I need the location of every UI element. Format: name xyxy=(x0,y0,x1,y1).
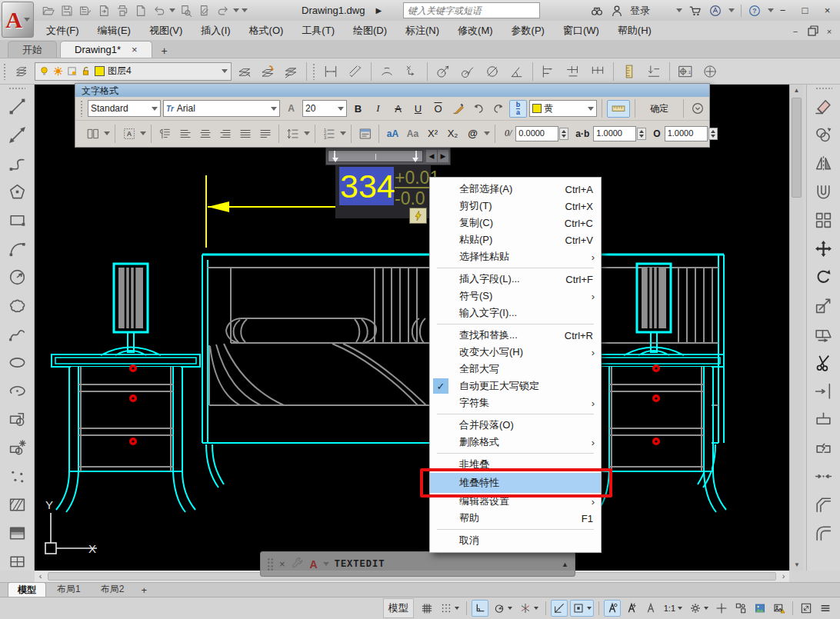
menubar-item[interactable]: 绘图(D) xyxy=(344,22,396,40)
app-menu-button[interactable]: A xyxy=(2,2,34,38)
justification-button[interactable]: A xyxy=(120,125,138,142)
snap-button[interactable] xyxy=(438,600,462,617)
qat-open-button[interactable] xyxy=(40,2,56,18)
dim-baseline-button[interactable] xyxy=(537,61,560,82)
context-menu-item[interactable]: 选择性粘贴› xyxy=(430,248,601,265)
scroll-left-icon[interactable]: ‹ xyxy=(35,571,46,582)
lowercase-button[interactable]: Aa xyxy=(404,125,422,142)
dim-ordinate-button[interactable] xyxy=(400,61,423,82)
ok-button[interactable]: 确定 xyxy=(640,100,678,118)
circle-button[interactable] xyxy=(3,263,31,291)
qat-redo-button[interactable] xyxy=(215,2,231,18)
break-button[interactable] xyxy=(810,434,838,462)
chevron-down-icon[interactable] xyxy=(304,131,310,135)
polar-button[interactable] xyxy=(491,600,515,617)
ruler-handle-left-grip[interactable] xyxy=(332,158,338,162)
command-a-icon[interactable]: A xyxy=(310,558,318,571)
layer-properties-button[interactable] xyxy=(10,61,33,82)
bold-button[interactable]: B xyxy=(349,100,367,118)
dim-continue-button[interactable] xyxy=(562,61,585,82)
context-menu-item[interactable]: 查找和替换...Ctrl+R xyxy=(430,327,601,344)
anno-autoscale-button[interactable] xyxy=(623,600,640,617)
mdi-close-icon[interactable]: × xyxy=(823,27,835,36)
chevron-down-icon[interactable] xyxy=(455,607,459,610)
close-icon[interactable]: × xyxy=(818,2,837,18)
numbering-button[interactable]: 1.2.3. xyxy=(320,125,338,142)
ellipse-button[interactable] xyxy=(3,348,31,377)
qat-attach-button[interactable] xyxy=(196,2,212,18)
overline-button[interactable]: O xyxy=(429,100,447,118)
customize-button[interactable] xyxy=(817,600,834,617)
crosshair-button[interactable] xyxy=(713,600,730,617)
scale-button[interactable] xyxy=(810,291,838,320)
copy-button[interactable] xyxy=(810,121,838,149)
chevron-down-icon[interactable] xyxy=(508,607,512,610)
underline-button[interactable]: U xyxy=(409,100,427,118)
menubar-item[interactable]: 文件(F) xyxy=(37,22,88,40)
polyline-button[interactable] xyxy=(3,149,31,178)
columns-button[interactable] xyxy=(84,125,102,142)
align-center-button[interactable] xyxy=(196,125,214,142)
menubar-item[interactable]: 编辑(E) xyxy=(88,22,140,40)
toolbar-grip[interactable] xyxy=(80,100,84,117)
qat-save-as-button[interactable] xyxy=(77,2,93,18)
vertical-scroll-thumb[interactable] xyxy=(792,98,802,198)
context-menu-item[interactable]: 符号(S)› xyxy=(430,288,601,305)
context-menu-item[interactable]: 剪切(T)Ctrl+X xyxy=(430,198,601,215)
maximize-icon[interactable]: □ xyxy=(795,2,815,18)
qat-undo-button[interactable] xyxy=(151,2,167,18)
tracking-stepper[interactable]: 1.0000 xyxy=(593,126,646,141)
qat-export-button[interactable] xyxy=(95,2,112,18)
align-distribute-button[interactable] xyxy=(256,125,274,142)
anno-visibility-button[interactable] xyxy=(604,600,621,617)
dim-radius-button[interactable] xyxy=(432,61,455,82)
menubar-item[interactable]: 视图(V) xyxy=(140,22,192,40)
dialog-title[interactable]: 文字格式 xyxy=(75,84,709,97)
workspace-gear-button[interactable] xyxy=(687,600,711,617)
move-button[interactable] xyxy=(810,235,838,263)
annotative-button[interactable]: A xyxy=(282,100,300,118)
align-right-button[interactable] xyxy=(216,125,234,142)
model-space-button[interactable]: 模型 xyxy=(383,598,414,618)
chevron-down-icon[interactable] xyxy=(323,562,329,566)
chevron-down-icon[interactable] xyxy=(704,607,708,610)
layer-prev-button[interactable] xyxy=(256,61,279,82)
dim-qdim-button[interactable] xyxy=(586,61,609,82)
menubar-item[interactable]: 格式(O) xyxy=(240,22,293,40)
text-color-dropdown[interactable]: 黄 xyxy=(529,100,597,117)
dim-jogged-button[interactable] xyxy=(456,61,479,82)
annotation-scale-button[interactable]: 1:1 xyxy=(662,600,685,617)
mtext-value[interactable]: 334 xyxy=(340,169,395,203)
ruler-right-arrow-icon[interactable]: ▶ xyxy=(438,150,448,162)
file-tab[interactable]: 开始 xyxy=(8,41,57,58)
qat-save-button[interactable] xyxy=(58,2,75,18)
ellipse-arc-button[interactable] xyxy=(3,377,31,405)
layout-tab[interactable]: 布局1 xyxy=(48,582,90,597)
context-menu-item[interactable]: 全部选择(A)Ctrl+A xyxy=(430,181,601,198)
rotate-button[interactable] xyxy=(810,263,838,291)
image-warn-button[interactable] xyxy=(771,600,788,617)
isoplane-button[interactable] xyxy=(517,600,541,617)
login-chevron-icon[interactable] xyxy=(676,8,682,12)
align-justify-button[interactable] xyxy=(236,125,254,142)
chamfer-button[interactable] xyxy=(810,491,838,519)
toolbar-grip[interactable] xyxy=(312,63,316,80)
command-line[interactable]: × A TEXTEDIT ▲ xyxy=(260,551,575,577)
fillet-button[interactable] xyxy=(810,519,838,547)
context-menu-item[interactable]: 删除格式› xyxy=(430,434,601,451)
vertical-scrollbar[interactable]: ▲ ▼ xyxy=(789,85,803,571)
context-menu-item[interactable]: 插入字段(L)...Ctrl+F xyxy=(430,271,601,288)
context-menu-item[interactable]: 复制(C)Ctrl+C xyxy=(430,215,601,231)
center-mark-button[interactable] xyxy=(698,61,722,82)
chevron-down-icon[interactable] xyxy=(534,607,538,610)
context-menu-item[interactable]: 全部大写 xyxy=(430,361,601,378)
mdi-minimize-icon[interactable]: − xyxy=(789,27,802,36)
qat-print-button[interactable] xyxy=(114,2,130,18)
width-factor-stepper[interactable]: 1.0000 xyxy=(665,126,718,141)
qat-preview-button[interactable] xyxy=(178,2,194,18)
context-menu-item[interactable]: 输入文字(I)... xyxy=(430,305,601,321)
dim-linear-button[interactable] xyxy=(319,61,342,82)
rectangle-button[interactable] xyxy=(3,206,31,235)
context-menu-item[interactable]: ✓自动更正大写锁定 xyxy=(430,378,601,394)
menubar-item[interactable]: 参数(P) xyxy=(502,22,554,40)
